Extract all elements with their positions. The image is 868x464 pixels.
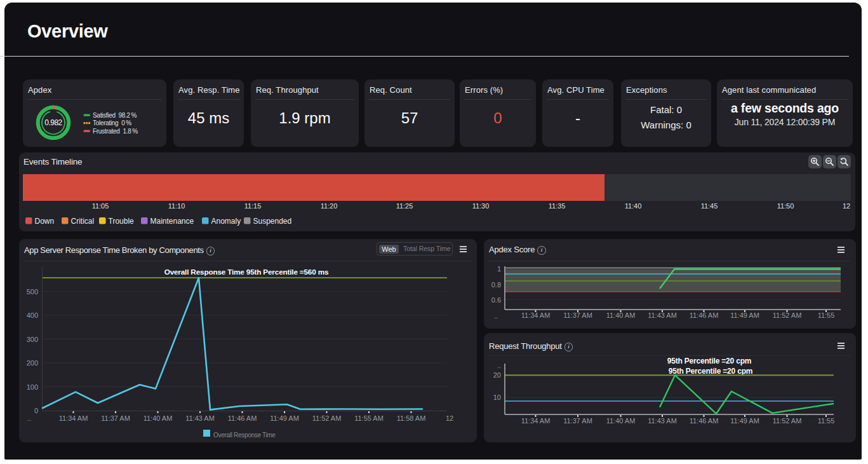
svg-text:11:49 AM: 11:49 AM <box>730 311 759 319</box>
svg-text:12: 12 <box>446 414 453 422</box>
svg-text:12: 12 <box>843 202 850 210</box>
svg-text:11:37 AM: 11:37 AM <box>101 414 130 422</box>
svg-text:..: .. <box>494 312 498 320</box>
svg-text:Critical: Critical <box>71 217 95 226</box>
svg-text:11:49 AM: 11:49 AM <box>730 417 759 425</box>
svg-text:11:43 AM: 11:43 AM <box>185 414 215 422</box>
svg-text:Overall Response Time 95th Per: Overall Response Time 95th Percentile =5… <box>164 268 329 276</box>
svg-text:11:46 AM: 11:46 AM <box>228 414 257 422</box>
svg-text:0.6: 0.6 <box>491 296 501 304</box>
svg-text:10: 10 <box>493 393 501 401</box>
svg-text:11:49 AM: 11:49 AM <box>270 414 299 422</box>
svg-text:11:55 AM: 11:55 AM <box>354 414 384 422</box>
svg-text:95th Percentile =20 cpm: 95th Percentile =20 cpm <box>667 357 751 365</box>
svg-text:11:52 AM: 11:52 AM <box>773 311 802 319</box>
svg-text:Anomaly: Anomaly <box>211 217 241 226</box>
svg-text:Trouble: Trouble <box>109 217 135 226</box>
svg-text:11:55: 11:55 <box>818 311 835 319</box>
svg-text:11:30: 11:30 <box>472 202 490 210</box>
svg-text:11:52 AM: 11:52 AM <box>773 417 802 425</box>
svg-text:Down: Down <box>35 217 55 226</box>
svg-text:0: 0 <box>34 407 38 414</box>
svg-text:400: 400 <box>27 311 38 319</box>
svg-text:300: 300 <box>27 336 38 343</box>
svg-text:11:45: 11:45 <box>701 202 718 210</box>
svg-text:Frustrated 1.8 %: Frustrated 1.8 % <box>93 128 138 135</box>
svg-text:11:40 AM: 11:40 AM <box>144 414 173 422</box>
svg-text:11:25: 11:25 <box>396 202 413 210</box>
svg-text:11:50: 11:50 <box>777 202 794 210</box>
svg-text:..: .. <box>497 362 501 369</box>
svg-text:11:55: 11:55 <box>818 417 835 425</box>
svg-text:11:37 AM: 11:37 AM <box>563 417 592 425</box>
svg-text:11:46 AM: 11:46 AM <box>690 417 719 425</box>
svg-text:11:40 AM: 11:40 AM <box>606 417 636 425</box>
svg-text:11:20: 11:20 <box>321 202 338 210</box>
svg-text:11:34 AM: 11:34 AM <box>521 417 551 425</box>
svg-text:11:43 AM: 11:43 AM <box>648 417 677 425</box>
svg-text:11:34 AM: 11:34 AM <box>59 414 88 422</box>
svg-text:11:40 AM: 11:40 AM <box>606 311 636 319</box>
svg-text:0.982: 0.982 <box>44 118 62 127</box>
svg-text:..: .. <box>27 414 31 422</box>
svg-text:500: 500 <box>27 288 38 296</box>
svg-text:11:40: 11:40 <box>625 202 642 210</box>
svg-text:11:15: 11:15 <box>244 202 262 210</box>
svg-text:95th Percentile =20 cpm: 95th Percentile =20 cpm <box>669 367 752 376</box>
svg-text:20: 20 <box>493 371 501 379</box>
svg-text:100: 100 <box>27 383 38 391</box>
svg-text:0.8: 0.8 <box>491 281 501 289</box>
svg-text:11:52 AM: 11:52 AM <box>312 414 342 422</box>
svg-text:Tolerating 0 %: Tolerating 0 % <box>93 119 131 126</box>
svg-text:Suspended: Suspended <box>253 217 292 226</box>
svg-text:Overall Response Time: Overall Response Time <box>213 432 276 439</box>
svg-text:11:34 AM: 11:34 AM <box>521 311 551 319</box>
svg-text:11:43 AM: 11:43 AM <box>648 311 677 319</box>
svg-text:11:10: 11:10 <box>168 202 185 210</box>
svg-text:200: 200 <box>27 359 38 367</box>
svg-text:11:35: 11:35 <box>549 202 566 210</box>
svg-text:Satisfied 98.2 %: Satisfied 98.2 % <box>93 112 137 119</box>
svg-text:11:37 AM: 11:37 AM <box>563 311 592 319</box>
svg-text:Maintenance: Maintenance <box>150 217 194 226</box>
svg-text:11:46 AM: 11:46 AM <box>690 311 719 319</box>
svg-text:1: 1 <box>497 265 501 273</box>
svg-text:11:58 AM: 11:58 AM <box>397 414 426 422</box>
svg-text:11:05: 11:05 <box>92 202 109 210</box>
